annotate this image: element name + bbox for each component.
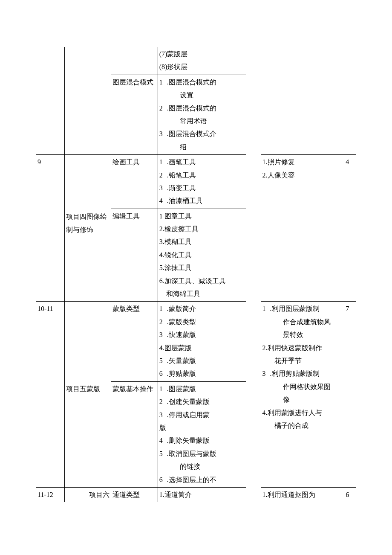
line: 1 .利用图层蒙版制 xyxy=(262,302,343,315)
line: 6.加深工具、减淡工具 xyxy=(159,275,245,288)
cell-topic: 蒙版基本操作 xyxy=(111,381,158,487)
line: 6 .选择图层上的不 xyxy=(159,474,245,486)
cell-content: 1 图章工具2.橡皮擦工具3.模糊工具4.锐化工具5.涂抹工具6.加深工具、减淡… xyxy=(158,209,246,302)
line-indent: 常用术语 xyxy=(180,115,245,128)
cell-content: 1 .图层蒙版2 .创建矢量蒙版3 .停用或启用蒙版4 .删除矢量蒙版5 .取消… xyxy=(158,381,246,487)
cell-content: (7)蒙版层 (8)形状层 xyxy=(158,47,246,75)
cell-blank xyxy=(246,47,261,155)
line-indent: 景特效 xyxy=(283,328,343,341)
cell-content: 1 .画笔工具2 .铅笔工具3 .渐变工具4 .油漆桶工具 xyxy=(158,155,246,209)
cell-hours: 4 xyxy=(344,155,356,302)
cell-week: 10-11 xyxy=(36,302,65,487)
line-indent: 的链接 xyxy=(180,460,245,473)
cell-project: 项目六 xyxy=(64,487,111,502)
cell-hours: 7 xyxy=(344,302,356,487)
cell-task xyxy=(261,47,344,155)
cell-content: 1 .图层混合模式的设置2 .图层混合模式的常用术语3 .图层混合模式介绍 xyxy=(158,75,246,154)
text: 10-11 xyxy=(37,305,53,312)
cell-topic xyxy=(111,47,158,75)
line: (8)形状层 xyxy=(159,61,245,73)
line-indent: 设置 xyxy=(180,89,245,102)
text: 4 xyxy=(346,158,349,166)
line: 5.涂抹工具 xyxy=(159,262,245,274)
cell-task: 1.照片修复2.人像美容 xyxy=(261,155,344,302)
text: 绘画工具 xyxy=(112,158,140,166)
line: 3 .快速蒙版 xyxy=(159,328,245,341)
line: 2 .蒙版类型 xyxy=(159,316,245,328)
text: 蒙版基本操作 xyxy=(112,385,153,392)
cell-blank xyxy=(246,302,261,487)
line: 4.利用蒙版进行人与 xyxy=(262,407,343,419)
cell-project xyxy=(64,47,111,155)
cell-topic: 图层混合模式 xyxy=(111,75,158,154)
cell-blank xyxy=(246,155,261,302)
line: 版 xyxy=(159,421,245,434)
line: 3 .图层混合模式介 xyxy=(159,128,245,140)
line: 5 .矢量蒙版 xyxy=(159,355,245,367)
line: 1 .蒙版简介 xyxy=(159,302,245,315)
document-page: (7)蒙版层 (8)形状层 图层混合模式 1 .图层混合模式的设置2 .图层混合… xyxy=(0,0,392,555)
line: 2 .图层混合模式的 xyxy=(159,102,245,115)
cell-hours: 6 xyxy=(344,487,356,502)
cell-task: 1.利用通道抠图为 xyxy=(261,487,344,502)
syllabus-table: (7)蒙版层 (8)形状层 图层混合模式 1 .图层混合模式的设置2 .图层混合… xyxy=(36,47,356,502)
line: 1 .图层混合模式的 xyxy=(159,76,245,89)
line: 1.利用通道抠图为 xyxy=(262,488,343,501)
text: 项目六 xyxy=(89,491,110,498)
line: 4 .删除矢量蒙版 xyxy=(159,434,245,447)
text: 编辑工具 xyxy=(112,212,140,220)
cell-week: 9 xyxy=(36,155,65,302)
cell-content: 1.通道简介 xyxy=(158,487,246,502)
line: 2.利用快速蒙版制作 xyxy=(262,342,343,355)
cell-project: 项目四图像绘制与修饰 xyxy=(64,155,111,302)
line: 和海绵工具 xyxy=(159,288,245,300)
line: 3 .停用或启用蒙 xyxy=(159,409,245,421)
cell-topic: 蒙版类型 xyxy=(111,302,158,381)
line: 4.锐化工具 xyxy=(159,249,245,262)
line: 1 .画笔工具 xyxy=(159,156,245,169)
text: 项目五蒙版 xyxy=(66,385,100,392)
text: 项目四图像绘制与修饰 xyxy=(66,213,107,233)
cell-content: 1 .蒙版简介2 .蒙版类型3 .快速蒙版4.图层蒙版5 .矢量蒙版6 .剪贴蒙… xyxy=(158,302,246,381)
line: 1.照片修复 xyxy=(262,156,343,169)
line: 2 .铅笔工具 xyxy=(159,169,245,182)
cell-topic: 绘画工具 xyxy=(111,155,158,209)
cell-hours xyxy=(344,47,356,155)
line: 3 .利用剪贴蒙版制 xyxy=(262,367,343,380)
line-indent: 像 xyxy=(283,393,343,406)
line: (7)蒙版层 xyxy=(159,48,245,61)
line: 1 图章工具 xyxy=(159,210,245,223)
line: 1.通道简介 xyxy=(159,488,245,501)
line: 2.人像美容 xyxy=(262,169,343,182)
line: 2.橡皮擦工具 xyxy=(159,223,245,235)
line-indent: 作合成建筑物风 xyxy=(283,316,343,328)
line: 3 .渐变工具 xyxy=(159,182,245,195)
line: 1 .图层蒙版 xyxy=(159,383,245,395)
cell-week xyxy=(36,47,65,155)
cell-task: 1 .利用图层蒙版制作合成建筑物风景特效2.利用快速蒙版制作花开季节3 .利用剪… xyxy=(261,302,344,487)
line: 3.模糊工具 xyxy=(159,235,245,248)
cell-project: 项目五蒙版 xyxy=(64,302,111,487)
text: 7 xyxy=(346,305,349,312)
line: 花开季节 xyxy=(274,355,343,367)
line-indent: 绍 xyxy=(180,141,245,154)
line-indent: 作网格状效果图 xyxy=(283,381,343,393)
line: 橘子的合成 xyxy=(274,419,343,432)
text: 蒙版类型 xyxy=(112,305,140,312)
text: 9 xyxy=(37,158,41,166)
line: 5 .取消图层与蒙版 xyxy=(159,447,245,460)
text: 图层混合模式 xyxy=(112,78,153,86)
cell-topic: 编辑工具 xyxy=(111,209,158,302)
line: 4.图层蒙版 xyxy=(159,342,245,355)
cell-blank xyxy=(246,487,261,502)
text: 通道类型 xyxy=(112,491,140,498)
line: 6 .剪贴蒙版 xyxy=(159,367,245,380)
line: 4 .油漆桶工具 xyxy=(159,195,245,207)
cell-week: 11-12 xyxy=(36,487,65,502)
text: 6 xyxy=(346,491,349,498)
line: 2 .创建矢量蒙版 xyxy=(159,395,245,408)
cell-topic: 通道类型 xyxy=(111,487,158,502)
text: 11-12 xyxy=(37,491,53,498)
